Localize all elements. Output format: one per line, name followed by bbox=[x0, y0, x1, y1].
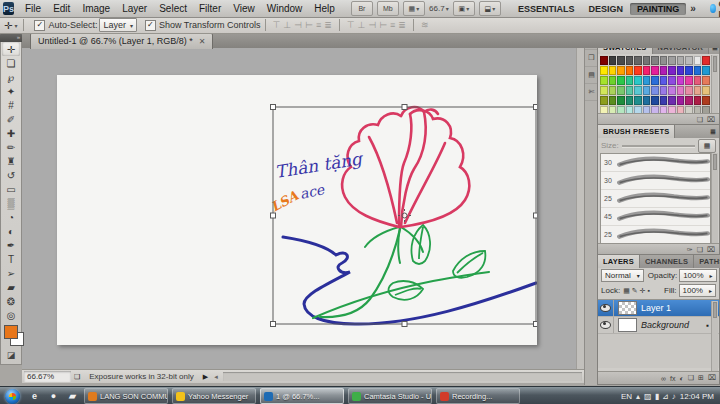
swatch[interactable] bbox=[660, 66, 668, 75]
align-button[interactable]: ⊤ bbox=[273, 20, 281, 30]
menu-item[interactable]: File bbox=[19, 3, 47, 14]
swatch[interactable] bbox=[651, 76, 659, 85]
align-button[interactable]: ⊣ bbox=[294, 20, 302, 30]
distribute-button[interactable]: ⊣ bbox=[368, 20, 376, 30]
foreground-color-chip[interactable] bbox=[4, 325, 18, 339]
distribute-button[interactable]: ⊤ bbox=[347, 20, 355, 30]
quick-launch-icon[interactable]: ● bbox=[47, 390, 60, 403]
swatch[interactable] bbox=[626, 66, 634, 75]
taskbar-button[interactable]: Camtasia Studio - U... bbox=[348, 388, 432, 404]
tool-button[interactable]: ▰ bbox=[1, 280, 21, 294]
tool-button[interactable]: # bbox=[1, 98, 21, 112]
swatch[interactable] bbox=[626, 96, 634, 105]
swatch[interactable] bbox=[600, 66, 608, 75]
menu-item[interactable]: Edit bbox=[47, 3, 76, 14]
fill-field[interactable]: 100%▸ bbox=[679, 284, 716, 297]
menu-item[interactable]: Filter bbox=[193, 3, 227, 14]
swatch[interactable] bbox=[600, 76, 608, 85]
swatch[interactable] bbox=[617, 56, 625, 65]
zoom-level-dropdown[interactable]: 66.7▾ bbox=[429, 2, 449, 15]
swatch[interactable] bbox=[600, 56, 608, 65]
taskbar-button[interactable]: Yahoo Messenger bbox=[172, 388, 256, 404]
lock-option-icon[interactable]: ✛ bbox=[640, 287, 646, 295]
tool-button[interactable]: ▒ bbox=[1, 196, 21, 210]
swatch[interactable] bbox=[609, 76, 617, 85]
tray-icon[interactable]: ▮ bbox=[655, 392, 659, 401]
menu-item[interactable]: Help bbox=[308, 3, 341, 14]
auto-select-dropdown[interactable]: Layer▾ bbox=[99, 18, 137, 32]
tray-icon[interactable]: ⊿ bbox=[662, 392, 669, 401]
tray-icon[interactable]: ♪ bbox=[672, 392, 676, 401]
cs-live-button[interactable]: CS Live▾ bbox=[710, 0, 720, 19]
swatch[interactable] bbox=[685, 66, 693, 75]
workspace-overflow-button[interactable]: » bbox=[690, 3, 696, 14]
quick-launch-icon[interactable]: e bbox=[28, 390, 41, 403]
swatch[interactable] bbox=[643, 86, 651, 95]
document-tab[interactable]: Untitled-1 @ 66.7% (Layer 1, RGB/8) * ✕ bbox=[30, 33, 213, 49]
swatch[interactable] bbox=[677, 56, 685, 65]
start-button[interactable] bbox=[5, 389, 20, 404]
arrange-documents-button[interactable]: ▣▾ bbox=[453, 1, 475, 16]
language-indicator[interactable]: EN bbox=[621, 392, 632, 401]
tool-button[interactable]: ✏ bbox=[1, 140, 21, 154]
layers-panel-action-icon[interactable]: ⊞ bbox=[698, 374, 704, 382]
menu-item[interactable]: Window bbox=[261, 3, 309, 14]
launch-minibridge-button[interactable]: Mb bbox=[377, 1, 399, 16]
align-button[interactable]: ⊥ bbox=[283, 20, 291, 30]
swatch[interactable] bbox=[634, 56, 642, 65]
horizontal-scrollbar[interactable] bbox=[223, 372, 582, 381]
panel-tab[interactable]: PATHS bbox=[694, 255, 720, 268]
align-button[interactable]: ⊢ bbox=[305, 20, 313, 30]
swatch[interactable] bbox=[643, 76, 651, 85]
show-transform-checkbox[interactable]: ✓ bbox=[145, 20, 156, 31]
swatches-scrollbar[interactable] bbox=[711, 55, 718, 113]
tool-button[interactable]: ➢ bbox=[1, 266, 21, 280]
align-button[interactable]: ≡ bbox=[316, 20, 321, 30]
swatch[interactable] bbox=[702, 76, 710, 85]
visibility-toggle[interactable] bbox=[598, 300, 614, 316]
swatch[interactable] bbox=[643, 66, 651, 75]
workspace-button[interactable]: PAINTING bbox=[630, 3, 686, 15]
swatch[interactable] bbox=[609, 56, 617, 65]
brush-panel-action-icon[interactable]: ⌧ bbox=[707, 246, 715, 254]
panel-tab[interactable]: CHANNELS bbox=[640, 255, 694, 268]
swatch[interactable] bbox=[668, 86, 676, 95]
swatch[interactable] bbox=[694, 86, 702, 95]
tool-button[interactable]: ◐ bbox=[1, 224, 21, 238]
brush-panel-action-icon[interactable]: ❏ bbox=[697, 246, 703, 254]
layers-panel-action-icon[interactable]: ∞ bbox=[661, 375, 666, 382]
swatch[interactable] bbox=[702, 66, 710, 75]
layers-panel-action-icon[interactable]: ❏ bbox=[688, 374, 694, 382]
swatch[interactable] bbox=[668, 66, 676, 75]
swatch[interactable] bbox=[702, 86, 710, 95]
toolbox-collapse-button[interactable]: » bbox=[0, 33, 22, 42]
canvas[interactable]: Thân tặng ace LSA bbox=[57, 75, 537, 345]
layers-panel-action-icon[interactable]: ◐ bbox=[680, 375, 684, 382]
new-swatch-icon[interactable]: ❏ bbox=[697, 116, 703, 124]
tool-button[interactable]: ✦ bbox=[1, 84, 21, 98]
tool-button[interactable]: ❏ bbox=[1, 56, 21, 70]
swatch[interactable] bbox=[626, 76, 634, 85]
quick-mask-button[interactable]: ◪ bbox=[1, 350, 21, 364]
opacity-field[interactable]: 100%▸ bbox=[679, 269, 716, 282]
lock-option-icon[interactable]: ▦ bbox=[623, 287, 630, 295]
swatch[interactable] bbox=[643, 56, 651, 65]
brush-preset-item[interactable]: 25 bbox=[601, 226, 710, 244]
distribute-button[interactable]: ⊥ bbox=[358, 20, 366, 30]
swatch[interactable] bbox=[685, 96, 693, 105]
swatch[interactable] bbox=[651, 86, 659, 95]
quick-launch-icon[interactable]: ▰ bbox=[66, 390, 79, 403]
delete-swatch-icon[interactable]: ⌧ bbox=[707, 116, 715, 124]
swatch[interactable] bbox=[609, 96, 617, 105]
swatch[interactable] bbox=[617, 86, 625, 95]
align-button[interactable]: ≣ bbox=[324, 20, 332, 30]
swatch[interactable] bbox=[702, 96, 710, 105]
lock-option-icon[interactable]: ▪ bbox=[648, 287, 650, 295]
swatch[interactable] bbox=[685, 76, 693, 85]
swatch[interactable] bbox=[634, 96, 642, 105]
workspace-button[interactable]: DESIGN bbox=[581, 3, 630, 15]
tool-button[interactable]: ℘ bbox=[1, 70, 21, 84]
tool-button[interactable]: ◎ bbox=[1, 308, 21, 322]
brush-preset-item[interactable]: 30 bbox=[601, 154, 710, 172]
swatch[interactable] bbox=[651, 96, 659, 105]
